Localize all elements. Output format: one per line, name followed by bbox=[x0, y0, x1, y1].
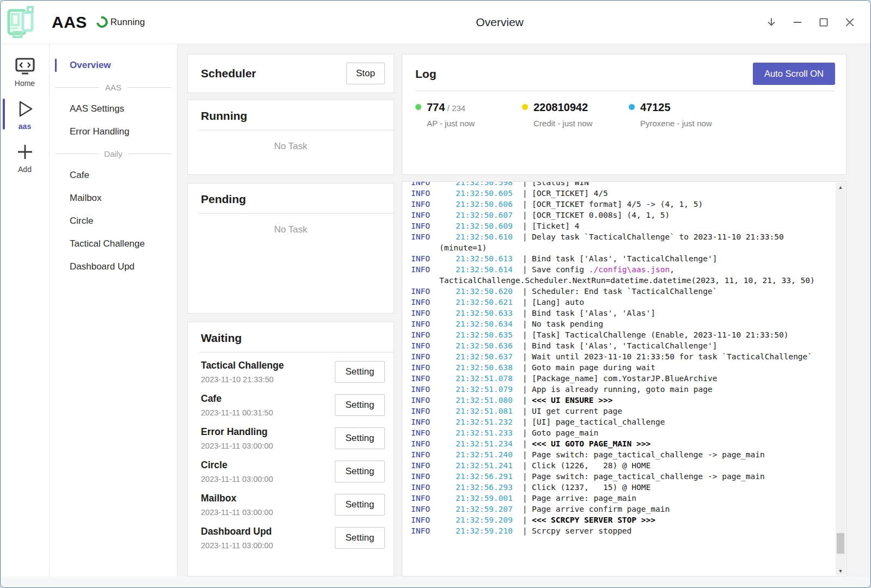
log-timestamp: 21:32:51.233 bbox=[456, 427, 518, 438]
log-entry: INFO 21:32:59.210 | Scrcpy server stoppe… bbox=[411, 525, 827, 536]
log-row: INFO 21:32:56.293 | Click (1237, 15) @ H… bbox=[411, 482, 827, 493]
log-entry: INFO 21:32:50.610 | Delay task `Tactical… bbox=[411, 231, 827, 253]
log-entry: INFO 21:32:50.636 | Bind task ['Alas', '… bbox=[411, 340, 827, 351]
task-setting-button[interactable]: Setting bbox=[335, 527, 385, 549]
log-timestamp: 21:32:51.241 bbox=[456, 460, 518, 471]
log-row: INFO 21:32:50.633 | Bind task ['Alas', '… bbox=[411, 308, 827, 318]
task-setting-button[interactable]: Setting bbox=[335, 361, 385, 383]
stat-total: / 234 bbox=[445, 103, 465, 113]
log-row: INFO 21:32:50.634 | No task pending bbox=[411, 318, 827, 329]
log-message: Page switch: page_tactical_challenge -> … bbox=[532, 471, 827, 482]
log-row: INFO 21:32:56.291 | Page switch: page_ta… bbox=[411, 471, 827, 482]
sidenav-item-cafe[interactable]: Cafe bbox=[50, 164, 177, 187]
log-separator: | bbox=[518, 493, 532, 504]
log-text: Save config bbox=[532, 265, 589, 274]
log-timestamp: 21:32:56.291 bbox=[456, 471, 518, 482]
log-timestamp: 21:32:50.637 bbox=[456, 351, 518, 362]
log-timestamp: 21:32:50.613 bbox=[456, 253, 518, 264]
sidenav-item-circle[interactable]: Circle bbox=[50, 210, 177, 232]
sidenav-item-mailbox[interactable]: Mailbox bbox=[50, 187, 177, 210]
log-level: INFO bbox=[411, 318, 456, 329]
log-level: INFO bbox=[411, 427, 456, 438]
log-separator: | bbox=[518, 318, 532, 329]
sidenav-item-aas-settings[interactable]: AAS Settings bbox=[50, 97, 177, 120]
log-row: INFO 21:32:51.241 | Click (1226, 28) @ H… bbox=[411, 460, 827, 471]
log-entry: INFO 21:32:50.635 | [Task] TacticalChall… bbox=[411, 329, 827, 340]
sidenav-item-overview[interactable]: Overview bbox=[50, 54, 177, 77]
resource-stats: 774 / 234 AP - just now 220810942 Credit… bbox=[415, 101, 835, 128]
log-row: INFO 21:32:50.620 | Scheduler: End task … bbox=[411, 286, 827, 297]
log-message: Click (1237, 15) @ HOME bbox=[532, 482, 827, 493]
log-message: [OCR_TICKET] 4/5 bbox=[532, 188, 827, 199]
log-title: Log bbox=[415, 68, 436, 81]
log-level: INFO bbox=[411, 253, 456, 264]
stat-value: 47125 bbox=[640, 101, 671, 113]
task-name: Circle bbox=[201, 460, 273, 471]
maximize-icon[interactable] bbox=[811, 11, 837, 34]
log-separator: | bbox=[518, 395, 532, 406]
waiting-task-row: Dashboard Upd 2023-11-11 03:00:00 Settin… bbox=[201, 521, 385, 554]
log-row: INFO 21:32:51.080 | <<< UI ENSURE >>> bbox=[411, 395, 827, 406]
close-icon[interactable] bbox=[837, 11, 863, 34]
sidenav-item-dashboard-upd[interactable]: Dashboard Upd bbox=[50, 255, 177, 278]
resource-stat: 774 / 234 AP - just now bbox=[415, 101, 522, 128]
stat-label: Credit - just now bbox=[533, 119, 592, 128]
log-level: INFO bbox=[411, 340, 456, 351]
log-level: INFO bbox=[411, 384, 456, 395]
scroll-down-icon[interactable]: ▼ bbox=[836, 566, 845, 575]
divider-line bbox=[127, 87, 171, 88]
log-timestamp: 21:32:50.598 bbox=[456, 181, 518, 188]
task-info: Cafe 2023-11-11 00:31:50 bbox=[201, 393, 273, 417]
log-message: Bind task ['Alas', 'Alas'] bbox=[532, 308, 827, 318]
log-scrollbar[interactable]: ▲ ▼ bbox=[836, 182, 845, 575]
task-setting-button[interactable]: Setting bbox=[335, 461, 385, 482]
download-icon[interactable] bbox=[758, 11, 784, 34]
stat-body: 774 / 234 AP - just now bbox=[427, 101, 475, 128]
running-empty-text: No Task bbox=[188, 141, 394, 152]
log-entry: INFO 21:32:51.081 | UI get current page bbox=[411, 406, 827, 416]
log-entry: INFO 21:32:50.637 | Wait until 2023-11-1… bbox=[411, 351, 827, 362]
log-separator: | bbox=[518, 199, 532, 210]
log-level: INFO bbox=[411, 471, 456, 482]
rail-item-add[interactable]: Add bbox=[1, 137, 49, 180]
log-separator: | bbox=[518, 231, 532, 242]
active-indicator bbox=[55, 59, 57, 72]
sidenav-item-tactical-challenge[interactable]: Tactical Challenge bbox=[50, 232, 177, 255]
card-divider bbox=[199, 213, 394, 214]
log-column: Log Auto Scroll ON 774 / 234 AP - just n… bbox=[402, 54, 847, 577]
log-row: INFO 21:32:50.613 | Bind task ['Alas', '… bbox=[411, 253, 827, 264]
window-body: Home aas Add Overview bbox=[1, 44, 870, 577]
log-timestamp: 21:32:50.634 bbox=[456, 318, 518, 329]
log-message: <<< UI GOTO PAGE_MAIN >>> bbox=[532, 438, 827, 449]
task-setting-button[interactable]: Setting bbox=[335, 394, 385, 416]
log-separator: | bbox=[518, 406, 532, 416]
log-entry: INFO 21:32:51.234 | <<< UI GOTO PAGE_MAI… bbox=[411, 438, 827, 449]
log-level: INFO bbox=[411, 181, 456, 188]
minimize-icon[interactable] bbox=[784, 11, 811, 34]
group-label: AAS bbox=[99, 83, 127, 92]
scrollbar-thumb[interactable] bbox=[837, 533, 844, 554]
log-entry: INFO 21:32:56.293 | Click (1237, 15) @ H… bbox=[411, 482, 827, 493]
task-setting-button[interactable]: Setting bbox=[335, 427, 385, 449]
log-separator: | bbox=[518, 297, 532, 308]
scheduler-title: Scheduler bbox=[201, 67, 256, 80]
log-timestamp: 21:32:51.079 bbox=[456, 384, 518, 395]
log-output-panel[interactable]: INFO 21:32:50.598 | [Status] WIN INFO 21… bbox=[402, 181, 847, 577]
sidenav-item-error-handling[interactable]: Error Handling bbox=[50, 120, 177, 143]
task-setting-button[interactable]: Setting bbox=[335, 494, 385, 516]
stat-label: AP - just now bbox=[427, 119, 475, 128]
log-entry: INFO 21:32:51.233 | Goto page_main bbox=[411, 427, 827, 438]
home-code-monitor-icon bbox=[15, 57, 35, 75]
log-level: INFO bbox=[411, 482, 456, 493]
rail-item-home[interactable]: Home bbox=[1, 52, 49, 94]
stop-button[interactable]: Stop bbox=[346, 63, 385, 84]
log-separator: | bbox=[518, 351, 532, 362]
log-row: INFO 21:32:51.081 | UI get current page bbox=[411, 406, 827, 416]
log-entry: INFO 21:32:50.620 | Scheduler: End task … bbox=[411, 286, 827, 297]
scroll-up-icon[interactable]: ▲ bbox=[836, 182, 845, 192]
auto-scroll-button[interactable]: Auto Scroll ON bbox=[753, 63, 835, 85]
scheduler-card: Scheduler Stop bbox=[187, 54, 394, 93]
log-separator: | bbox=[518, 210, 532, 220]
sidenav-item-label: Tactical Challenge bbox=[70, 238, 145, 249]
rail-item-aas[interactable]: aas bbox=[1, 94, 49, 137]
